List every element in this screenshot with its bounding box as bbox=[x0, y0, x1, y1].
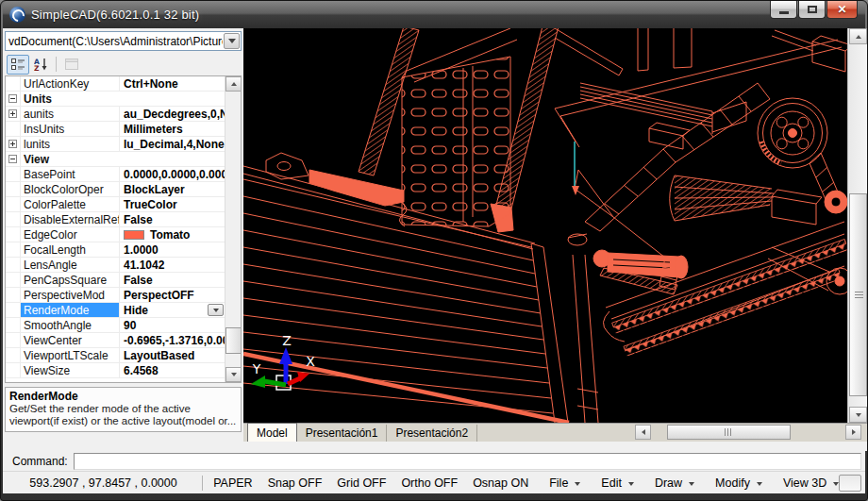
viewport-vscrollbar[interactable] bbox=[847, 28, 867, 423]
property-value[interactable]: False bbox=[119, 212, 225, 226]
property-row[interactable]: LensAngle41.1042 bbox=[6, 258, 225, 273]
property-row-rendermode-selected[interactable]: RenderModeHide bbox=[6, 303, 225, 318]
ortho-toggle[interactable]: Ortho OFF bbox=[401, 476, 458, 490]
property-value[interactable]: PerspectOFF bbox=[119, 288, 225, 302]
menu-draw[interactable]: Draw bbox=[655, 476, 694, 490]
scrollbar-thumb[interactable] bbox=[849, 193, 867, 396]
property-value[interactable]: -0.6965,-1.3716,0.00 bbox=[119, 333, 225, 347]
tab-presentacion1[interactable]: Presentación1 bbox=[297, 425, 388, 442]
property-name[interactable]: BasePoint bbox=[21, 167, 119, 181]
property-name[interactable]: DisableExternalRefe bbox=[21, 212, 119, 226]
categorized-view-button[interactable] bbox=[7, 55, 29, 75]
grid-toggle[interactable]: Grid OFF bbox=[337, 476, 386, 490]
menu-modify[interactable]: Modify bbox=[715, 476, 762, 490]
alphabetical-sort-button[interactable]: A Z bbox=[29, 55, 52, 75]
tab-presentacion2[interactable]: Presentación2 bbox=[387, 425, 477, 442]
command-input[interactable] bbox=[74, 453, 861, 470]
property-name[interactable]: FocalLength bbox=[21, 242, 119, 257]
scrollbar-thumb[interactable] bbox=[225, 327, 242, 354]
property-name[interactable]: EdgeColor bbox=[21, 227, 119, 242]
property-row[interactable]: lunitslu_Decimal,4,None bbox=[6, 137, 225, 152]
property-row[interactable]: FocalLength1.0000 bbox=[6, 242, 225, 258]
property-row[interactable]: PenCapsSquareFalse bbox=[6, 273, 225, 288]
property-row[interactable]: aunitsau_Decdegrees,0,No bbox=[6, 107, 225, 122]
property-value[interactable]: 1.0000 bbox=[119, 242, 225, 257]
property-name[interactable]: InsUnits bbox=[21, 122, 119, 136]
maximize-button[interactable] bbox=[798, 1, 826, 19]
property-value[interactable]: 41.1042 bbox=[119, 258, 225, 272]
document-combobox[interactable]: vdDocument(C:\Users\Administrator\Pictur… bbox=[5, 31, 242, 51]
property-value[interactable]: False bbox=[119, 273, 225, 287]
collapse-icon[interactable] bbox=[8, 155, 17, 163]
drawing-canvas[interactable]: Z X Y bbox=[243, 28, 847, 423]
property-name[interactable]: ViewCenter bbox=[21, 333, 119, 347]
scroll-left-button[interactable] bbox=[635, 425, 651, 440]
property-value[interactable]: Ctrl+None bbox=[119, 76, 225, 91]
menu-file[interactable]: File bbox=[549, 476, 580, 490]
property-row[interactable]: UrlActionKeyCtrl+None bbox=[6, 76, 225, 92]
close-button[interactable]: ✕ bbox=[826, 1, 858, 19]
property-name[interactable]: SmoothAngle bbox=[21, 318, 119, 332]
combobox-dropdown-button[interactable] bbox=[224, 33, 240, 49]
paper-mode-toggle[interactable]: PAPER bbox=[213, 476, 252, 490]
scroll-right-button[interactable] bbox=[845, 425, 861, 440]
property-pages-button[interactable] bbox=[60, 55, 83, 75]
property-row[interactable]: ViewCenter-0.6965,-1.3716,0.00 bbox=[6, 333, 225, 348]
property-row-edgecolor[interactable]: EdgeColorTomato bbox=[6, 227, 225, 242]
property-value[interactable]: lu_Decimal,4,None bbox=[119, 137, 225, 151]
property-name[interactable]: ViewportLTScale bbox=[21, 348, 119, 362]
property-name[interactable]: UrlActionKey bbox=[21, 76, 119, 91]
scroll-up-button[interactable] bbox=[225, 76, 242, 92]
property-name[interactable]: PerspectiveMod bbox=[21, 288, 119, 302]
osnap-toggle[interactable]: Osnap ON bbox=[473, 476, 528, 490]
property-value[interactable]: Hide bbox=[119, 303, 225, 317]
menu-view3d[interactable]: View 3D bbox=[783, 476, 839, 490]
minimize-button[interactable] bbox=[770, 1, 797, 19]
category-row[interactable]: View bbox=[6, 152, 225, 167]
property-value[interactable]: 90 bbox=[119, 318, 225, 332]
tab-model[interactable]: Model bbox=[247, 423, 297, 442]
property-value[interactable]: TrueColor bbox=[119, 197, 225, 211]
property-row[interactable]: ViewSize6.4568 bbox=[6, 363, 225, 378]
property-name[interactable]: ColorPalette bbox=[21, 197, 119, 211]
property-name[interactable]: PenCapsSquare bbox=[21, 273, 119, 287]
scroll-down-button[interactable] bbox=[849, 407, 867, 423]
category-name[interactable]: View bbox=[21, 152, 51, 166]
title-bar[interactable]: SimpleCAD(6.6021.0.1 32 bit) ✕ bbox=[3, 1, 865, 28]
value-dropdown-button[interactable] bbox=[208, 304, 224, 316]
collapse-icon[interactable] bbox=[8, 94, 17, 103]
property-value[interactable]: Tomato bbox=[119, 227, 225, 242]
property-value[interactable]: 6.4568 bbox=[119, 363, 225, 377]
category-name[interactable]: Units bbox=[21, 92, 54, 106]
hscrollbar-thumb[interactable] bbox=[667, 425, 791, 440]
expand-icon[interactable] bbox=[8, 140, 17, 148]
property-value[interactable]: BlockLayer bbox=[119, 182, 225, 196]
property-row[interactable]: ViewportLTScaleLayoutBased bbox=[6, 348, 225, 363]
property-value[interactable]: au_Decdegrees,0,No bbox=[119, 107, 225, 121]
property-name[interactable]: RenderMode bbox=[21, 303, 119, 317]
property-row[interactable]: InsUnitsMillimeters bbox=[6, 122, 225, 137]
property-row[interactable]: SmoothAngle90 bbox=[6, 318, 225, 333]
property-name[interactable]: ViewSize bbox=[21, 363, 119, 377]
scroll-down-button[interactable] bbox=[225, 367, 242, 382]
snap-toggle[interactable]: Snap OFF bbox=[268, 476, 323, 490]
property-row[interactable]: BasePoint0.0000,0.0000,0.000 bbox=[6, 167, 225, 182]
propertygrid-scrollbar[interactable] bbox=[225, 76, 241, 382]
property-value[interactable]: LayoutBased bbox=[119, 348, 225, 362]
property-name[interactable]: lunits bbox=[21, 137, 119, 151]
property-value[interactable]: Millimeters bbox=[119, 122, 225, 136]
property-value[interactable]: 0.0000,0.0000,0.000 bbox=[119, 167, 225, 181]
property-row[interactable]: BlockColorOperBlockLayer bbox=[6, 182, 225, 197]
property-row[interactable]: PerspectiveModPerspectOFF bbox=[6, 288, 225, 303]
property-row[interactable]: ColorPaletteTrueColor bbox=[6, 197, 225, 212]
property-name[interactable]: aunits bbox=[21, 107, 119, 121]
property-row[interactable]: DisableExternalRefeFalse bbox=[6, 212, 225, 227]
scroll-up-button[interactable] bbox=[849, 28, 867, 44]
property-name[interactable]: BlockColorOper bbox=[21, 182, 119, 196]
category-row[interactable]: Units bbox=[6, 92, 225, 107]
property-pages-icon bbox=[65, 58, 78, 70]
progress-indicator bbox=[839, 475, 861, 492]
menu-edit[interactable]: Edit bbox=[601, 476, 634, 490]
expand-icon[interactable] bbox=[8, 109, 17, 118]
property-name[interactable]: LensAngle bbox=[21, 258, 119, 272]
